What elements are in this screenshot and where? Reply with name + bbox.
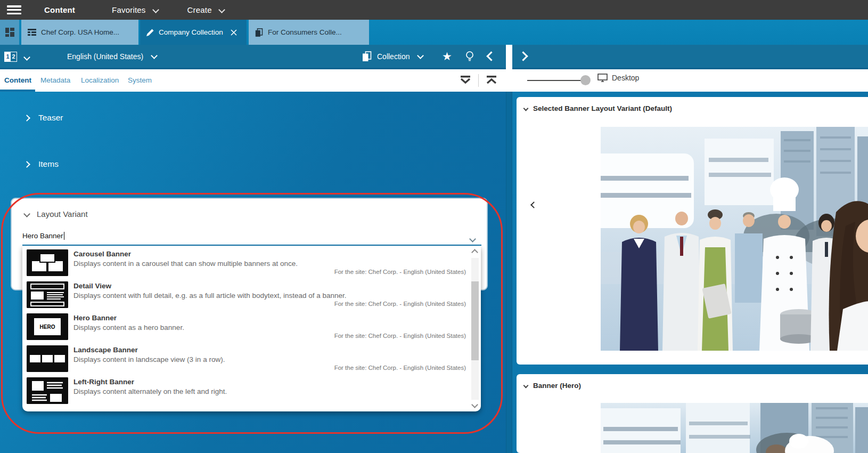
- tab-localization[interactable]: Localization: [81, 69, 119, 92]
- section-teaser[interactable]: Teaser: [24, 113, 63, 123]
- tab-label: Company Collection: [159, 28, 223, 36]
- device-indicator: Desktop: [597, 74, 639, 82]
- app-top-bar: Content Favorites Create: [0, 0, 868, 20]
- favorites-menu[interactable]: Favorites: [112, 5, 146, 14]
- content-type-label: Collection: [377, 52, 410, 61]
- navigate-back-icon[interactable]: [488, 45, 495, 68]
- preview-section-header[interactable]: Selected Banner Layout Variant (Default): [524, 104, 672, 112]
- lightbulb-icon[interactable]: [465, 45, 474, 68]
- tab-system[interactable]: System: [128, 69, 152, 92]
- layout-variant-combobox-input[interactable]: Hero Banner: [22, 232, 469, 244]
- version-right: 2: [11, 52, 17, 61]
- text-caret: [64, 232, 64, 240]
- chevron-down-icon[interactable]: [218, 6, 225, 13]
- hero-banner-icon: HERO: [27, 313, 68, 340]
- option-title: Detail View: [73, 282, 111, 290]
- preview-device-bar: Desktop: [512, 69, 868, 92]
- dropdown-option-left-right-banner[interactable]: Left-Right Banner Displays content alter…: [22, 374, 481, 406]
- panel-splitter-gap: [506, 45, 512, 92]
- option-title: Hero Banner: [73, 314, 117, 322]
- section-title: Selected Banner Layout Variant (Default): [533, 104, 672, 112]
- navigate-forward-icon[interactable]: [520, 45, 527, 68]
- scrollbar-thumb[interactable]: [471, 281, 479, 360]
- dropdown-option-detail-view[interactable]: Detail View Displays content with full d…: [22, 278, 481, 310]
- close-icon[interactable]: [231, 29, 237, 36]
- section-label: Teaser: [38, 113, 63, 123]
- option-description: Displays content in landscape view (3 in…: [73, 355, 225, 363]
- content-type-indicator[interactable]: Collection: [362, 45, 423, 68]
- chevron-down-icon: [523, 106, 529, 111]
- option-description: Displays content as a hero banner.: [73, 323, 184, 331]
- device-label: Desktop: [612, 74, 639, 82]
- section-items[interactable]: Items: [24, 159, 59, 169]
- dropdown-option-carousel-banner[interactable]: Carousel Banner Displays content in a ca…: [22, 246, 481, 278]
- option-description: Displays content in a carousel that can …: [73, 260, 298, 268]
- tab-for-consumers-collection[interactable]: For Consumers Colle...: [249, 20, 369, 45]
- option-description: Displays content with full detail, e.g. …: [73, 292, 347, 300]
- preview-card-selected-banner: Selected Banner Layout Variant (Default): [517, 97, 868, 365]
- form-tab-bar: Content Metadata Localization System: [0, 69, 506, 92]
- tab-label: Chef Corp. USA Home...: [41, 28, 119, 36]
- hero-banner-preview-image-2: [601, 403, 868, 453]
- combobox-chevron-down-icon[interactable]: [470, 234, 475, 244]
- collection-stack-icon: [255, 28, 263, 37]
- dropdown-option-landscape-banner[interactable]: Landscape Banner Displays content in lan…: [22, 342, 481, 374]
- option-site-note: For the site: Chef Corp. - English (Unit…: [334, 333, 466, 339]
- preview-toolbar: [512, 45, 868, 69]
- chevron-down-icon[interactable]: [23, 54, 30, 61]
- chevron-down-icon[interactable]: [152, 6, 159, 13]
- dropdown-scrollbar[interactable]: [471, 246, 479, 411]
- option-site-note: For the site: Chef Corp. - English (Unit…: [334, 269, 466, 275]
- option-title: Carousel Banner: [73, 250, 131, 258]
- option-title: Landscape Banner: [73, 346, 138, 354]
- chevron-right-icon: [23, 161, 30, 168]
- preview-section-header[interactable]: Banner (Hero): [524, 382, 581, 390]
- document-tab-bar: Chef Corp. USA Home... Company Collectio…: [0, 20, 868, 45]
- panel-collapse-tools: [459, 69, 498, 92]
- language-selector[interactable]: English (United States): [67, 45, 157, 68]
- page-list-icon: [28, 29, 36, 36]
- device-slider-handle[interactable]: [580, 75, 591, 85]
- section-label: Items: [38, 159, 59, 169]
- tab-label: For Consumers Colle...: [268, 28, 342, 36]
- option-site-note: For the site: Chef Corp. - English (Unit…: [334, 365, 466, 371]
- landscape-banner-icon: [27, 345, 68, 372]
- tab-company-collection-active[interactable]: Company Collection: [140, 20, 247, 45]
- panel-title: Layout Variant: [37, 209, 88, 219]
- collection-stack-icon: [362, 51, 372, 62]
- bookmark-star-icon[interactable]: ★: [442, 45, 452, 68]
- tab-metadata[interactable]: Metadata: [40, 69, 70, 92]
- scroll-down-icon[interactable]: [472, 400, 477, 409]
- left-right-banner-icon: [27, 377, 68, 404]
- hamburger-menu-icon[interactable]: [7, 5, 21, 14]
- expand-all-panels-icon[interactable]: [459, 74, 472, 87]
- hero-banner-preview-image: [601, 127, 868, 351]
- layout-variant-header[interactable]: Layout Variant: [24, 209, 88, 219]
- section-title: Banner (Hero): [533, 382, 581, 390]
- dropdown-option-hero-banner[interactable]: HERO Hero Banner Displays content as a h…: [22, 310, 481, 342]
- detail-view-icon: [27, 281, 68, 308]
- scrollbar-track[interactable]: [471, 258, 479, 400]
- chevron-right-icon: [23, 115, 30, 122]
- dashboard-grid-icon: [5, 28, 14, 37]
- tab-content[interactable]: Content: [4, 69, 31, 92]
- option-description: Displays content alternately on the left…: [73, 387, 227, 395]
- preview-card-banner-hero: Banner (Hero): [517, 374, 868, 453]
- panel-splitter[interactable]: [506, 45, 512, 453]
- pencil-edit-icon: [146, 29, 154, 36]
- dashboard-tab[interactable]: [0, 20, 19, 45]
- device-slider-track[interactable]: [527, 80, 585, 81]
- collapse-all-panels-icon[interactable]: [485, 74, 498, 87]
- scroll-up-icon[interactable]: [472, 247, 477, 257]
- chevron-down-icon: [23, 211, 30, 217]
- divider: [478, 74, 479, 87]
- option-site-note: For the site: Chef Corp. - English (Unit…: [334, 301, 466, 307]
- tab-chef-corp-usa-home[interactable]: Chef Corp. USA Home...: [21, 20, 138, 45]
- carousel-previous-icon[interactable]: [525, 196, 542, 213]
- app-section-title: Content: [44, 5, 75, 14]
- create-menu[interactable]: Create: [187, 5, 212, 14]
- version-compare-badge[interactable]: 1 2: [4, 52, 17, 62]
- carousel-banner-icon: [27, 249, 68, 276]
- content-form-panel: Teaser Items Layout Variant Hero Banner …: [0, 92, 506, 453]
- preview-body: Selected Banner Layout Variant (Default): [512, 92, 868, 453]
